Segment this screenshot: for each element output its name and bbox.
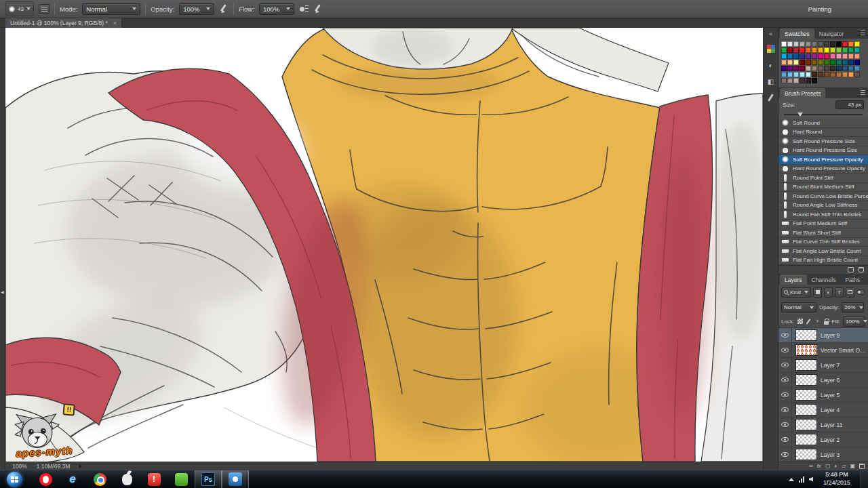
color-swatch[interactable] — [812, 47, 817, 53]
brush-preset-row[interactable]: Flat Point Medium Stiff — [778, 220, 868, 229]
size-input[interactable]: 43 px — [835, 100, 864, 109]
brush-preset-row[interactable]: Soft Round Pressure Size — [778, 137, 868, 146]
layer-thumbnail[interactable] — [795, 329, 817, 341]
layer-thumbnail[interactable] — [795, 449, 817, 460]
layer-row[interactable]: Layer 9 — [778, 328, 868, 343]
tab-navigator[interactable]: Navigator — [814, 28, 848, 39]
color-swatch[interactable] — [812, 60, 817, 65]
color-swatch[interactable] — [830, 47, 835, 53]
slider-knob[interactable] — [797, 113, 803, 117]
panel-menu-icon[interactable]: ☰ — [860, 30, 865, 37]
layer-row[interactable]: Vector Smart Object — [778, 343, 868, 358]
color-swatch[interactable] — [793, 60, 799, 65]
taskbar-clock[interactable]: 5:48 PM 1/24/2015 — [818, 471, 856, 487]
color-swatch[interactable] — [812, 54, 817, 59]
color-swatch[interactable] — [848, 41, 854, 47]
size-slider[interactable] — [784, 114, 863, 115]
color-swatch[interactable] — [830, 66, 835, 71]
volume-icon[interactable] — [809, 477, 813, 482]
layer-visibility-toggle[interactable] — [778, 328, 792, 342]
color-swatch[interactable] — [848, 47, 854, 53]
layer-visibility-toggle[interactable] — [778, 358, 792, 372]
link-layers-icon[interactable]: ∞ — [809, 464, 813, 469]
lock-position-icon[interactable]: + — [814, 317, 821, 325]
color-swatch[interactable] — [836, 54, 842, 59]
color-swatch[interactable] — [806, 54, 811, 59]
color-swatch[interactable] — [854, 60, 860, 65]
color-swatch[interactable] — [787, 60, 793, 65]
color-swatch[interactable] — [842, 47, 848, 53]
adjustment-layer-icon[interactable]: ◐ — [834, 464, 837, 469]
filter-type-layers-icon[interactable]: T — [835, 287, 844, 298]
color-swatch[interactable] — [830, 60, 835, 65]
delete-brush-icon[interactable] — [859, 267, 864, 272]
color-swatch[interactable] — [854, 41, 860, 47]
color-swatch[interactable] — [854, 66, 860, 71]
layer-row[interactable]: Layer 3 — [778, 447, 868, 462]
color-swatch[interactable] — [781, 78, 787, 83]
brush-preset-row[interactable]: Flat Blunt Short Stiff — [778, 228, 868, 238]
layer-thumbnail[interactable] — [795, 434, 817, 445]
color-swatch[interactable] — [848, 72, 854, 77]
kind-filter-dropdown[interactable]: Kind — [781, 287, 811, 298]
layer-thumbnail[interactable] — [795, 344, 817, 356]
blend-mode-dropdown[interactable]: Normal — [82, 3, 140, 15]
color-swatch[interactable] — [781, 41, 787, 47]
color-swatch[interactable] — [836, 72, 842, 77]
layer-row[interactable]: Layer 11 — [778, 418, 868, 432]
color-swatch[interactable] — [787, 66, 793, 71]
pen-pressure-size-icon[interactable] — [313, 4, 323, 14]
tab-swatches[interactable]: Swatches — [780, 28, 814, 39]
brush-panel-icon[interactable] — [766, 93, 776, 102]
taskbar-app-app-green[interactable] — [167, 470, 195, 488]
layer-row[interactable]: Layer 6 — [778, 373, 868, 388]
layer-opacity-dropdown[interactable]: 26% — [842, 302, 864, 312]
color-swatch[interactable] — [818, 54, 823, 59]
color-swatch[interactable] — [848, 60, 854, 65]
taskbar-app-apple[interactable] — [113, 470, 140, 488]
color-swatch[interactable] — [806, 41, 811, 47]
color-swatch[interactable] — [836, 41, 842, 47]
color-swatch[interactable] — [787, 41, 793, 47]
delete-layer-icon[interactable] — [859, 464, 865, 469]
flow-dropdown[interactable]: 100% — [259, 3, 294, 15]
color-swatch[interactable] — [848, 54, 854, 59]
brush-preset-row[interactable]: Hard Round Pressure Opacity — [778, 165, 868, 174]
color-swatch[interactable] — [781, 60, 787, 65]
brush-preset-row[interactable]: Soft Round — [778, 119, 868, 128]
color-swatch[interactable] — [812, 41, 817, 47]
color-swatch[interactable] — [800, 78, 805, 83]
workspace-switcher[interactable]: Painting — [808, 5, 863, 13]
color-swatch[interactable] — [836, 66, 842, 71]
taskbar-app-app-red[interactable]: ! — [140, 470, 167, 488]
color-swatch[interactable] — [787, 72, 793, 77]
color-swatch[interactable] — [781, 66, 787, 71]
layer-group-icon[interactable]: ▱ — [842, 464, 846, 469]
start-button[interactable] — [7, 472, 22, 487]
layer-thumbnail[interactable] — [795, 404, 817, 415]
new-brush-icon[interactable] — [848, 267, 854, 272]
color-swatch[interactable] — [836, 47, 842, 53]
color-swatch[interactable] — [824, 54, 829, 59]
brush-preset-row[interactable]: Flat Curve Thin Stiff Bristles — [778, 238, 868, 247]
layer-visibility-toggle[interactable] — [778, 432, 792, 447]
color-swatch[interactable] — [781, 72, 787, 77]
layer-thumbnail[interactable] — [795, 359, 817, 371]
taskbar-app-chrome[interactable] — [86, 470, 113, 488]
tray-expand-icon[interactable] — [789, 478, 794, 481]
expand-panels-icon[interactable]: « — [769, 30, 772, 37]
color-panel-icon[interactable] — [766, 44, 776, 54]
color-swatch[interactable] — [793, 78, 799, 83]
color-swatch[interactable] — [842, 54, 848, 59]
color-swatch[interactable] — [818, 41, 823, 47]
color-swatch[interactable] — [806, 72, 811, 77]
opacity-dropdown[interactable]: 100% — [179, 3, 214, 15]
color-swatch[interactable] — [806, 66, 811, 71]
taskbar-app-opera[interactable] — [32, 470, 59, 488]
layer-thumbnail[interactable] — [795, 374, 817, 386]
layer-visibility-toggle[interactable] — [778, 373, 792, 387]
zoom-level[interactable]: 100% — [12, 463, 27, 470]
layer-mask-icon[interactable]: ▢ — [825, 464, 831, 469]
color-swatch[interactable] — [781, 54, 787, 59]
color-swatch[interactable] — [787, 54, 793, 59]
